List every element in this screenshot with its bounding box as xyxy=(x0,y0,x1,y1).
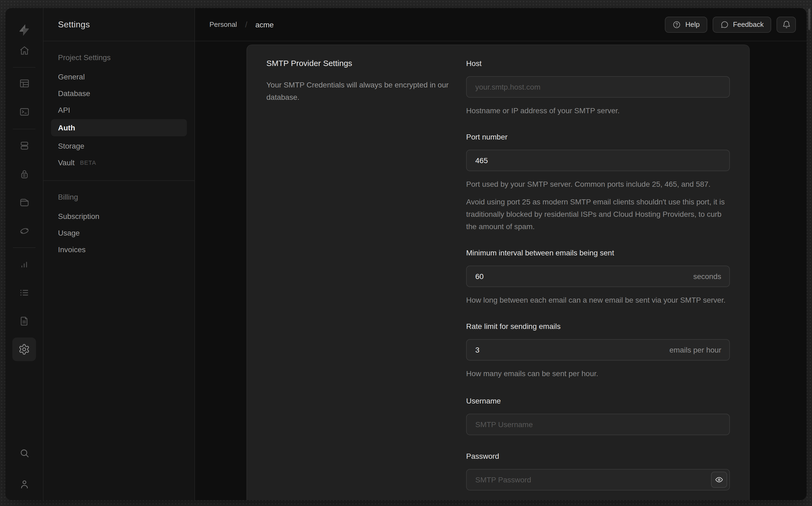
icon-rail xyxy=(5,8,44,500)
app-window: Settings Project Settings General Databa… xyxy=(5,8,807,500)
host-helper: Hostname or IP address of your SMTP serv… xyxy=(466,105,730,117)
storage-icon[interactable] xyxy=(15,193,33,212)
auth-icon[interactable] xyxy=(15,165,33,183)
rail-divider xyxy=(13,129,35,129)
host-field-group: Host Hostname or IP address of your SMTP… xyxy=(466,58,730,117)
sidebar-item-invoices[interactable]: Invoices xyxy=(44,241,195,258)
password-input[interactable] xyxy=(466,469,730,491)
section-description: Your SMTP Credentials will always be enc… xyxy=(267,79,457,103)
username-label: Username xyxy=(466,396,730,406)
rate-field-group: Rate limit for sending emails emails per… xyxy=(466,321,730,380)
port-helper: Port used by your SMTP server. Common po… xyxy=(466,178,730,190)
interval-input[interactable] xyxy=(466,266,730,287)
project-settings-icon[interactable] xyxy=(12,338,36,361)
rail-divider xyxy=(13,247,35,248)
sidebar-item-auth[interactable]: Auth xyxy=(51,119,187,136)
port-field-group: Port number Port used by your SMTP serve… xyxy=(466,132,730,233)
port-label: Port number xyxy=(466,132,730,142)
table-editor-icon[interactable] xyxy=(15,74,33,92)
sidebar-divider xyxy=(44,180,195,181)
rate-helper: How many emails can be sent per hour. xyxy=(466,367,730,380)
page-title: Settings xyxy=(58,20,90,29)
desktop-backdrop: Settings Project Settings General Databa… xyxy=(0,0,812,506)
password-field-group: Password xyxy=(466,451,730,491)
username-input[interactable] xyxy=(466,414,730,435)
smtp-form: Host Hostname or IP address of your SMTP… xyxy=(466,58,730,491)
reports-icon[interactable] xyxy=(15,255,33,273)
feedback-button-label: Feedback xyxy=(733,20,764,28)
search-icon[interactable] xyxy=(15,444,33,462)
help-button[interactable]: Help xyxy=(665,16,707,32)
panel-intro: SMTP Provider Settings Your SMTP Credent… xyxy=(267,58,466,491)
breadcrumb-separator: / xyxy=(245,20,247,29)
sidebar-item-api[interactable]: API xyxy=(44,101,195,118)
smtp-settings-panel: SMTP Provider Settings Your SMTP Credent… xyxy=(246,45,750,500)
sidebar-header: Settings xyxy=(44,8,195,41)
sidebar-item-general[interactable]: General xyxy=(44,68,195,85)
top-bar: Personal / acme Help xyxy=(195,8,807,41)
logs-icon[interactable] xyxy=(15,283,33,302)
rail-divider xyxy=(13,67,35,68)
notifications-button[interactable] xyxy=(777,16,796,32)
profile-icon[interactable] xyxy=(15,475,33,493)
interval-label: Minimum interval between emails being se… xyxy=(466,247,730,258)
help-button-label: Help xyxy=(685,20,700,28)
interval-helper: How long between each email can a new em… xyxy=(466,294,730,307)
database-icon[interactable] xyxy=(15,136,33,155)
section-heading: SMTP Provider Settings xyxy=(267,58,466,69)
help-circle-icon xyxy=(672,20,681,29)
sql-editor-icon[interactable] xyxy=(15,102,33,121)
breadcrumb-org[interactable]: Personal xyxy=(209,20,237,28)
rate-label: Rate limit for sending emails xyxy=(466,321,730,332)
eye-icon xyxy=(715,476,723,484)
home-icon[interactable] xyxy=(15,41,33,60)
supabase-logo-icon[interactable] xyxy=(17,23,31,37)
host-label: Host xyxy=(466,58,730,69)
sidebar-item-database[interactable]: Database xyxy=(44,85,195,101)
docs-icon[interactable] xyxy=(15,312,33,330)
rate-input[interactable] xyxy=(466,339,730,360)
username-field-group: Username xyxy=(466,396,730,435)
content-area: SMTP Provider Settings Your SMTP Credent… xyxy=(195,41,807,500)
feedback-button[interactable]: Feedback xyxy=(713,16,771,32)
toggle-password-visibility-button[interactable] xyxy=(711,472,727,488)
sidebar-group-project-settings: Project Settings xyxy=(44,52,195,63)
main-area: Personal / acme Help xyxy=(195,8,807,500)
scrollbar-thumb[interactable] xyxy=(808,9,810,30)
sidebar-item-subscription[interactable]: Subscription xyxy=(44,208,195,224)
host-input[interactable] xyxy=(466,76,730,98)
sidebar-item-usage[interactable]: Usage xyxy=(44,224,195,241)
breadcrumb-project[interactable]: acme xyxy=(255,20,274,29)
port-input[interactable] xyxy=(466,150,730,171)
edge-functions-icon[interactable] xyxy=(15,222,33,240)
port-warning-note: Avoid using port 25 as modern SMTP email… xyxy=(466,196,730,233)
sidebar-item-vault-label: Vault xyxy=(58,158,75,167)
beta-badge: BETA xyxy=(80,159,96,166)
chat-bubble-icon xyxy=(720,20,729,29)
sidebar-group-billing: Billing xyxy=(44,191,195,202)
bell-icon xyxy=(782,20,791,29)
settings-sidebar: Settings Project Settings General Databa… xyxy=(44,8,195,500)
sidebar-item-storage[interactable]: Storage xyxy=(44,137,195,154)
password-label: Password xyxy=(466,451,730,461)
sidebar-item-vault[interactable]: Vault BETA xyxy=(44,154,195,171)
interval-field-group: Minimum interval between emails being se… xyxy=(466,247,730,307)
